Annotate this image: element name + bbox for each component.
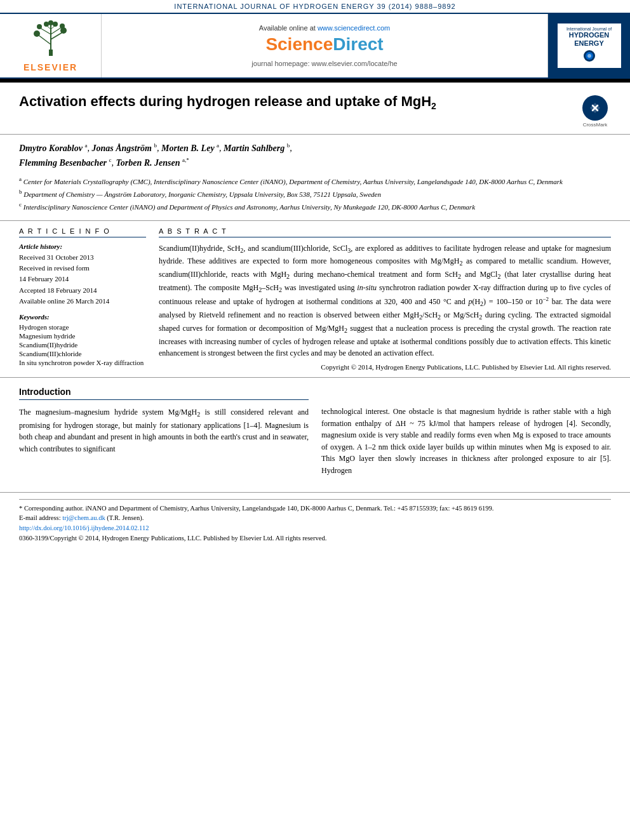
authors-section: Dmytro Korablov a, Jonas Ångström b, Mor…: [0, 135, 630, 221]
svg-point-10: [37, 24, 42, 29]
crossmark-icon: [582, 95, 608, 121]
affiliation-b: b Department of Chemistry — Ångström Lab…: [19, 188, 611, 199]
svg-point-11: [60, 23, 65, 29]
abstract-heading: A B S T R A C T: [159, 227, 611, 237]
crossmark-box: CrossMark: [579, 95, 611, 128]
available-date: Available online 26 March 2014: [19, 297, 146, 306]
affiliation-c: c Interdisciplinary Nanoscience Center (…: [19, 201, 611, 212]
svg-line-5: [51, 27, 62, 34]
svg-line-4: [40, 28, 51, 34]
svg-point-17: [587, 54, 591, 58]
article-history-label: Article history:: [19, 243, 146, 250]
article-info-abstract-section: A R T I C L E I N F O Article history: R…: [0, 221, 630, 378]
email-link[interactable]: trj@chem.au.dk: [62, 514, 105, 521]
footnote-star: * Corresponding author. iNANO and Depart…: [19, 503, 611, 514]
keywords-label: Keywords:: [19, 313, 146, 321]
introduction-section: Introduction The magnesium–magnesium hyd…: [0, 378, 630, 486]
intro-right-text: technological interest. One obstacle is …: [321, 406, 611, 477]
journal-top-bar: International Journal of Hydrogen Energy…: [0, 0, 630, 14]
journal-homepage: journal homepage: www.elsevier.com/locat…: [251, 60, 397, 67]
accepted-date: Accepted 18 February 2014: [19, 286, 146, 295]
elsevier-label: ELSEVIER: [23, 62, 77, 72]
sciencedirect-center: Available online at www.sciencedirect.co…: [102, 14, 547, 77]
abstract-text: Scandium(II)hydride, ScH2, and scandium(…: [159, 243, 611, 359]
journal-logo-box: International Journal of HYDROGENENERGY: [547, 14, 630, 77]
svg-line-2: [38, 35, 51, 44]
keyword-2: Magnesium hydride: [19, 332, 146, 340]
svg-point-13: [53, 22, 58, 27]
crossmark-label: CrossMark: [579, 122, 611, 128]
abstract-col: A B S T R A C T Scandium(II)hydride, ScH…: [159, 227, 611, 371]
footnote-email: E-mail address: trj@chem.au.dk (T.R. Jen…: [19, 513, 611, 523]
header-section: ELSEVIER Available online at www.science…: [0, 14, 630, 79]
sciencedirect-logo: ScienceDirect: [265, 34, 383, 55]
svg-point-8: [34, 30, 40, 37]
authors-line1: Dmytro Korablov a, Jonas Ångström b, Mor…: [19, 141, 611, 170]
footnote-section: * Corresponding author. iNANO and Depart…: [0, 492, 630, 550]
keywords-section: Keywords: Hydrogen storage Magnesium hyd…: [19, 313, 146, 366]
affiliations: a Center for Materials Crystallography (…: [19, 175, 611, 212]
paper-title: Activation effects during hydrogen relea…: [19, 93, 566, 112]
elsevier-logo: ELSEVIER: [0, 14, 102, 77]
introduction-heading: Introduction: [19, 387, 309, 400]
svg-rect-0: [49, 50, 53, 56]
footnote-doi: http://dx.doi.org/10.1016/j.ijhydene.201…: [19, 523, 611, 533]
received-date: Received 31 October 2013: [19, 253, 146, 262]
intro-right: technological interest. One obstacle is …: [321, 387, 611, 477]
journal-logo-inner: International Journal of HYDROGENENERGY: [558, 23, 621, 68]
article-info-heading: A R T I C L E I N F O: [19, 227, 146, 237]
article-info-col: A R T I C L E I N F O Article history: R…: [19, 227, 146, 371]
footnote-issn: 0360-3199/Copyright © 2014, Hydrogen Ene…: [19, 533, 611, 543]
doi-link[interactable]: http://dx.doi.org/10.1016/j.ijhydene.201…: [19, 524, 149, 531]
affiliation-a: a Center for Materials Crystallography (…: [19, 175, 611, 187]
sciencedirect-link[interactable]: www.sciencedirect.com: [318, 24, 390, 32]
keyword-4: Scandium(III)chloride: [19, 350, 146, 357]
copyright-line: Copyright © 2014, Hydrogen Energy Public…: [159, 363, 611, 371]
revised-date: 14 February 2014: [19, 274, 146, 284]
keyword-5: In situ synchrotron powder X-ray diffrac…: [19, 359, 146, 366]
title-section: Activation effects during hydrogen relea…: [0, 83, 630, 135]
revised-label: Received in revised form: [19, 263, 146, 273]
keyword-1: Hydrogen storage: [19, 323, 146, 331]
available-online-text: Available online at www.sciencedirect.co…: [259, 24, 390, 32]
intro-left-text: The magnesium–magnesium hydride system M…: [19, 406, 309, 455]
svg-point-14: [48, 20, 53, 25]
footnote-divider: [19, 499, 611, 500]
svg-point-12: [44, 22, 49, 27]
intro-left: Introduction The magnesium–magnesium hyd…: [19, 387, 309, 477]
keyword-3: Scandium(II)hydride: [19, 341, 146, 349]
